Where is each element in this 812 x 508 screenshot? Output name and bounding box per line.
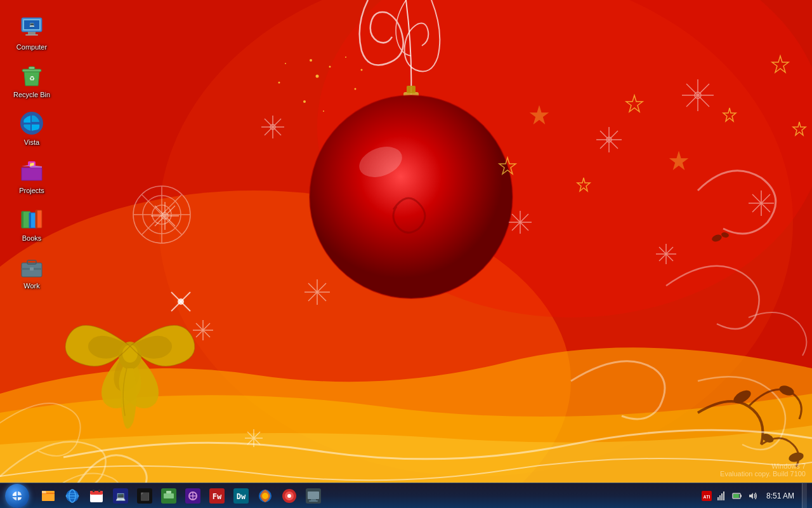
taskbar-app6[interactable] bbox=[157, 485, 180, 507]
computer-icon-image: 💻 bbox=[19, 15, 44, 41]
books-icon[interactable]: Books bbox=[6, 204, 57, 245]
svg-point-61 bbox=[310, 59, 312, 62]
taskbar-right: ATI bbox=[695, 483, 812, 508]
taskbar-app4[interactable]: 💻 bbox=[109, 485, 132, 507]
svg-text:📁: 📁 bbox=[29, 161, 35, 167]
system-tray: ATI bbox=[700, 490, 759, 502]
recycle-bin-icon-image: ♻ bbox=[19, 63, 44, 88]
taskbar-blackberry[interactable]: ⬛ bbox=[133, 485, 156, 507]
svg-point-67 bbox=[278, 82, 280, 84]
svg-rect-11 bbox=[407, 86, 416, 93]
svg-rect-113 bbox=[30, 267, 34, 271]
vista-icon-label: Vista bbox=[24, 138, 39, 147]
svg-point-64 bbox=[345, 57, 346, 58]
work-icon-label: Work bbox=[23, 282, 39, 290]
books-icon-label: Books bbox=[22, 234, 42, 243]
svg-rect-146 bbox=[309, 500, 318, 502]
desktop-icons: 💻 Computer ♻ Recycle Bin bbox=[0, 6, 63, 299]
dreamweaver-icon: Dw bbox=[233, 488, 249, 504]
wallpaper bbox=[0, 0, 812, 508]
svg-point-142 bbox=[287, 494, 291, 498]
taskbar-fireworks[interactable]: Fw bbox=[206, 485, 228, 507]
work-icon-image bbox=[19, 254, 44, 279]
svg-point-65 bbox=[361, 69, 363, 71]
projects-icon-label: Projects bbox=[19, 187, 44, 195]
svg-text:💻: 💻 bbox=[115, 491, 126, 502]
svg-point-85 bbox=[122, 345, 138, 363]
books-icon-image bbox=[19, 206, 44, 232]
recycle-bin-icon-label: Recycle Bin bbox=[13, 91, 50, 99]
app6-icon bbox=[161, 488, 176, 504]
svg-point-59 bbox=[316, 75, 319, 78]
svg-rect-129 bbox=[166, 491, 171, 493]
svg-point-68 bbox=[285, 63, 286, 64]
svg-rect-152 bbox=[723, 491, 724, 500]
svg-rect-96 bbox=[22, 69, 41, 72]
svg-text:⬛: ⬛ bbox=[140, 491, 150, 501]
computer-icon[interactable]: 💻 Computer bbox=[6, 13, 57, 54]
desktop: 💻 Computer ♻ Recycle Bin bbox=[0, 0, 812, 508]
work-icon[interactable]: Work bbox=[6, 251, 57, 293]
start-button[interactable] bbox=[0, 483, 34, 509]
start-orb bbox=[5, 484, 29, 508]
svg-text:💻: 💻 bbox=[29, 22, 35, 27]
taskbar: 💻 ⬛ bbox=[0, 483, 812, 508]
app7-icon bbox=[185, 488, 200, 504]
firefox-icon bbox=[258, 488, 273, 504]
app4-icon: 💻 bbox=[113, 488, 128, 504]
taskbar-apps: 💻 ⬛ bbox=[34, 483, 695, 508]
taskbar-explorer[interactable] bbox=[37, 485, 60, 507]
clock-time: 8:51 AM bbox=[766, 491, 794, 500]
svg-rect-109 bbox=[36, 210, 37, 228]
taskbar-app7[interactable] bbox=[181, 485, 204, 507]
computer-icon-label: Computer bbox=[16, 43, 47, 51]
tray-network[interactable] bbox=[716, 490, 728, 502]
vista-icon-image bbox=[19, 110, 44, 136]
show-desktop-button[interactable] bbox=[802, 483, 807, 509]
svg-point-88 bbox=[178, 298, 184, 305]
svg-rect-105 bbox=[22, 211, 23, 228]
calendar-icon bbox=[89, 488, 104, 504]
tray-volume[interactable] bbox=[746, 490, 759, 502]
svg-point-63 bbox=[303, 100, 306, 103]
tray-ati[interactable]: ATI bbox=[700, 490, 713, 502]
svg-point-62 bbox=[355, 88, 357, 90]
svg-point-12 bbox=[310, 95, 513, 298]
taskbar-calendar[interactable] bbox=[85, 485, 108, 507]
svg-point-66 bbox=[323, 110, 324, 112]
recycle-bin-icon[interactable]: ♻ Recycle Bin bbox=[6, 60, 57, 102]
taskbar-dreamweaver[interactable]: Dw bbox=[230, 485, 252, 507]
vista-icon[interactable]: Vista bbox=[6, 108, 57, 149]
svg-rect-92 bbox=[25, 34, 38, 36]
tray-battery[interactable] bbox=[731, 490, 743, 502]
svg-text:Fw: Fw bbox=[213, 492, 222, 501]
taskbar-ie[interactable] bbox=[61, 485, 84, 507]
svg-rect-150 bbox=[719, 495, 721, 500]
projects-icon-image: 📁 bbox=[19, 159, 44, 184]
svg-rect-144 bbox=[308, 491, 319, 499]
svg-rect-128 bbox=[164, 493, 174, 498]
app10-icon bbox=[282, 488, 297, 504]
svg-rect-97 bbox=[29, 67, 35, 69]
app11-icon bbox=[306, 488, 321, 504]
svg-point-139 bbox=[262, 493, 268, 499]
taskbar-app11[interactable] bbox=[302, 485, 325, 507]
svg-text:♻: ♻ bbox=[29, 75, 35, 82]
projects-icon[interactable]: 📁 Projects bbox=[6, 156, 57, 197]
clock-area[interactable]: 8:51 AM bbox=[761, 483, 799, 508]
fireworks-icon: Fw bbox=[209, 488, 225, 504]
svg-rect-121 bbox=[93, 490, 95, 492]
svg-rect-154 bbox=[740, 495, 742, 497]
svg-text:Dw: Dw bbox=[237, 492, 246, 501]
svg-rect-91 bbox=[28, 32, 36, 34]
svg-rect-155 bbox=[733, 494, 739, 498]
svg-rect-149 bbox=[717, 497, 719, 500]
svg-rect-122 bbox=[98, 490, 100, 492]
svg-rect-107 bbox=[29, 213, 31, 228]
taskbar-firefox[interactable] bbox=[254, 485, 277, 507]
svg-rect-120 bbox=[90, 491, 103, 495]
svg-rect-151 bbox=[721, 493, 723, 500]
explorer-icon bbox=[41, 488, 56, 504]
blackberry-icon: ⬛ bbox=[137, 488, 152, 504]
taskbar-app10[interactable] bbox=[278, 485, 301, 507]
